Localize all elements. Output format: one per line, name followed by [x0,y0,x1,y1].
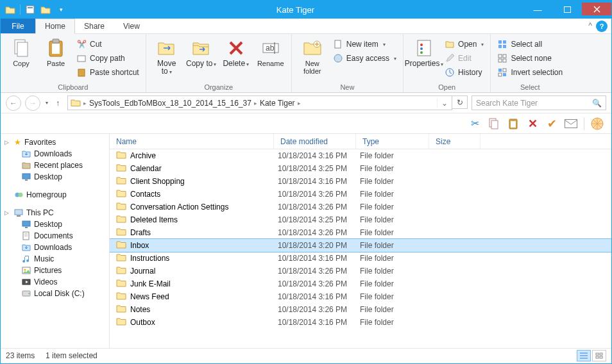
homegroup-root[interactable]: Homegroup [1,189,109,201]
history-button[interactable]: History [443,66,485,79]
delete-button[interactable]: Delete▾ [221,37,251,69]
svg-text:ab: ab [266,44,275,53]
view-details-button[interactable] [577,350,591,361]
qat-properties-icon[interactable] [23,3,37,17]
svg-rect-21 [498,40,502,44]
ribbon-tabs: File Home Share View ^ ? [1,19,611,34]
tab-share[interactable]: Share [75,19,114,33]
invert-selection-button[interactable]: Invert selection [496,66,564,79]
back-button[interactable]: ← [6,95,21,111]
copy-icon[interactable] [488,117,500,130]
shell-icon[interactable] [591,117,604,130]
col-size[interactable]: Size [429,134,480,149]
up-button[interactable]: ↑ [52,97,64,109]
mail-icon[interactable] [565,117,577,130]
table-row[interactable]: Contacts10/18/2014 3:26 PMFile folder [110,188,611,201]
tree-node[interactable]: Desktop [1,171,109,183]
table-row[interactable]: Calendar10/18/2014 3:25 PMFile folder [110,162,611,175]
svg-rect-59 [600,353,602,355]
close-button[interactable] [582,3,611,15]
refresh-button[interactable]: ↻ [452,95,468,109]
tree-node[interactable]: Documents [1,230,109,242]
svg-rect-16 [418,40,430,56]
table-row[interactable]: Outbox10/18/2014 3:16 PMFile folder [110,316,611,329]
table-row[interactable]: Client Shopping10/18/2014 3:16 PMFile fo… [110,175,611,188]
search-input[interactable]: Search Kate Tiger 🔍 [472,95,606,110]
breadcrumb-part[interactable]: SysTools_EdbToMBox_18_10_2014_15_16_37 [89,99,251,108]
open-button[interactable]: Open ▾ [443,38,485,51]
maximize-button[interactable] [552,3,582,17]
tree-node[interactable]: Recent places [1,160,109,171]
tab-view[interactable]: View [114,19,149,33]
tree-node[interactable]: Desktop [1,219,109,230]
delete-icon[interactable]: ✕ [526,117,539,130]
column-headers[interactable]: Name Date modified Type Size [110,134,611,149]
file-tab[interactable]: File [1,19,35,33]
tree-node[interactable]: Pictures [1,265,109,276]
paste-icon[interactable] [507,117,520,130]
svg-rect-45 [22,221,30,226]
tree-node[interactable]: Music [1,253,109,265]
address-dropdown-icon[interactable]: ⌄ [437,99,452,108]
address-bar[interactable]: ▸ SysTools_EdbToMBox_18_10_2014_15_16_37… [67,95,452,110]
qat-dropdown-icon[interactable]: ▾ [54,3,68,17]
navigation-tree[interactable]: ▷★Favorites DownloadsRecent placesDeskto… [1,134,110,348]
copypath-icon [76,53,87,63]
thispc-root[interactable]: ▷This PC [1,207,109,219]
search-placeholder: Search Kate Tiger [476,99,538,108]
table-row[interactable]: News Feed10/18/2014 3:16 PMFile folder [110,290,611,303]
new-folder-button[interactable]: New folder [297,37,328,75]
table-row[interactable]: Notes10/18/2014 3:26 PMFile folder [110,303,611,316]
svg-rect-32 [503,73,506,76]
table-row[interactable]: Archive10/18/2014 3:16 PMFile folder [110,149,611,162]
table-row[interactable]: Journal10/18/2014 3:26 PMFile folder [110,265,611,277]
pasteshortcut-icon [76,67,87,78]
minimize-button[interactable]: — [523,3,552,17]
breadcrumb-part[interactable]: Kate Tiger [260,99,295,108]
easy-access-button[interactable]: Easy access ▾ [332,52,398,65]
qat-folder-icon[interactable] [3,3,17,17]
collapse-ribbon-icon[interactable]: ^ [588,21,592,33]
qat-newfolder-icon[interactable] [38,3,53,17]
table-row[interactable]: Drafts10/18/2014 3:26 PMFile folder [110,226,611,239]
copy-path-button[interactable]: Copy path [75,52,140,65]
copy-to-button[interactable]: Copy to▾ [186,37,217,69]
col-type[interactable]: Type [356,134,429,149]
tree-node[interactable]: Local Disk (C:) [1,288,109,299]
select-all-button[interactable]: Select all [496,38,564,51]
svg-rect-0 [26,6,34,13]
copy-button[interactable]: Copy [6,37,37,67]
tree-node[interactable]: Downloads [1,148,109,160]
move-to-button[interactable]: Move to▾ [151,37,182,76]
svg-point-18 [420,47,423,50]
cut-button[interactable]: ✂️Cut [75,38,140,51]
col-date[interactable]: Date modified [274,134,356,149]
newitem-icon [333,39,343,49]
properties-button[interactable]: Properties▾ [409,37,439,69]
tree-node[interactable]: Downloads [1,242,109,253]
table-row[interactable]: Instructions10/18/2014 3:16 PMFile folde… [110,252,611,265]
edit-button[interactable]: Edit [443,52,485,65]
paste-button[interactable]: Paste [40,37,71,67]
svg-rect-25 [498,54,502,58]
svg-rect-2 [564,7,570,13]
check-icon[interactable]: ✔ [545,117,558,130]
help-icon[interactable]: ? [596,21,608,32]
svg-point-17 [420,44,423,46]
cut-icon[interactable]: ✂ [468,117,481,130]
table-row[interactable]: Deleted Items10/18/2014 3:25 PMFile fold… [110,213,611,226]
tree-node[interactable]: Videos [1,276,109,288]
view-large-button[interactable] [592,350,606,361]
tab-home[interactable]: Home [35,19,75,34]
rename-button[interactable]: ab Rename [255,37,286,67]
forward-button[interactable]: → [25,95,40,111]
table-row[interactable]: Conversation Action Settings10/18/2014 3… [110,201,611,213]
paste-shortcut-button[interactable]: Paste shortcut [75,66,140,79]
new-item-button[interactable]: New item ▾ [332,38,398,51]
table-row[interactable]: Junk E-Mail10/18/2014 3:26 PMFile folder [110,277,611,290]
select-none-button[interactable]: Select none [496,52,564,65]
table-row[interactable]: Inbox10/18/2014 3:20 PMFile folder [110,239,611,252]
col-name[interactable]: Name [110,134,274,149]
favorites-root[interactable]: ▷★Favorites [1,136,109,148]
recent-locations-dropdown[interactable]: ▾ [46,100,48,106]
